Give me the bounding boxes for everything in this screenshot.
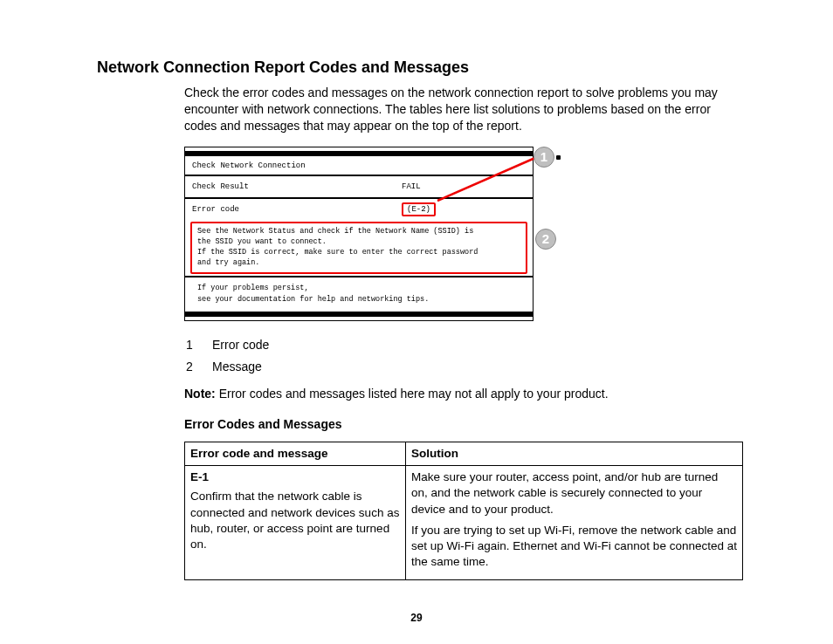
callout-badge-1: 1: [534, 147, 554, 168]
intro-paragraph: Check the error codes and messages on th…: [184, 85, 746, 134]
legend-label: Message: [212, 359, 262, 375]
note-text: Error codes and messages listed here may…: [216, 387, 609, 401]
callout-number: 2: [542, 231, 549, 246]
error-codes-table: Error code and message Solution E-1 Conf…: [184, 442, 743, 580]
table-header-right: Solution: [406, 442, 743, 466]
callout-dot-icon: [556, 155, 561, 160]
callout-badge-2: 2: [535, 229, 556, 250]
diagram-heading: Check Network Connection: [185, 156, 533, 175]
table-header-left: Error code and message: [185, 442, 406, 466]
table-row: E-1 Confirm that the network cable is co…: [185, 466, 743, 579]
solution-paragraph: Make sure your router, access point, and…: [411, 469, 737, 517]
error-code-value-highlight: (E-2): [402, 202, 436, 216]
check-result-row: Check Result FAIL: [185, 176, 533, 197]
message-line: the SSID you want to connect.: [197, 237, 520, 248]
note-paragraph: Note: Error codes and messages listed he…: [184, 386, 746, 402]
legend-row: 2 Message: [186, 359, 746, 375]
legend-row: 1 Error code: [186, 337, 746, 353]
section-subheading: Error Codes and Messages: [184, 416, 746, 433]
message-highlight-box: See the Network Status and check if the …: [190, 222, 527, 274]
solution-cell: Make sure your router, access point, and…: [406, 466, 743, 579]
legend-number: 2: [186, 359, 212, 375]
message-line: and try again.: [197, 258, 520, 269]
error-code-label: Error code: [192, 204, 402, 215]
error-code-cell: E-1 Confirm that the network cable is co…: [185, 466, 406, 579]
legend-number: 1: [186, 337, 212, 353]
network-report-diagram: Check Network Connection Check Result FA…: [184, 147, 534, 321]
message-line: See the Network Status and check if the …: [197, 227, 520, 237]
callout-number: 1: [540, 149, 547, 164]
tips-line: see your documentation for help and netw…: [197, 294, 526, 305]
check-result-label: Check Result: [192, 182, 402, 192]
diagram-container: Check Network Connection Check Result FA…: [184, 147, 560, 321]
error-code-id: E-1: [190, 469, 400, 485]
error-code-row: Error code (E-2): [185, 199, 533, 220]
legend-label: Error code: [212, 337, 269, 353]
error-code-description: Confirm that the network cable is connec…: [190, 490, 399, 551]
message-line: If the SSID is correct, make sure to ent…: [197, 248, 520, 258]
tips-line: If your problems persist,: [197, 283, 526, 294]
legend: 1 Error code 2 Message: [186, 337, 746, 375]
document-page: Network Connection Report Codes and Mess…: [0, 0, 833, 644]
note-label: Note:: [184, 387, 216, 401]
page-number: 29: [0, 611, 833, 625]
solution-paragraph: If you are trying to set up Wi-Fi, remov…: [411, 523, 737, 571]
table-header-row: Error code and message Solution: [185, 442, 743, 466]
page-title: Network Connection Report Codes and Mess…: [97, 57, 746, 78]
check-result-value: FAIL: [402, 182, 421, 192]
tips-block: If your problems persist, see your docum…: [185, 277, 533, 312]
